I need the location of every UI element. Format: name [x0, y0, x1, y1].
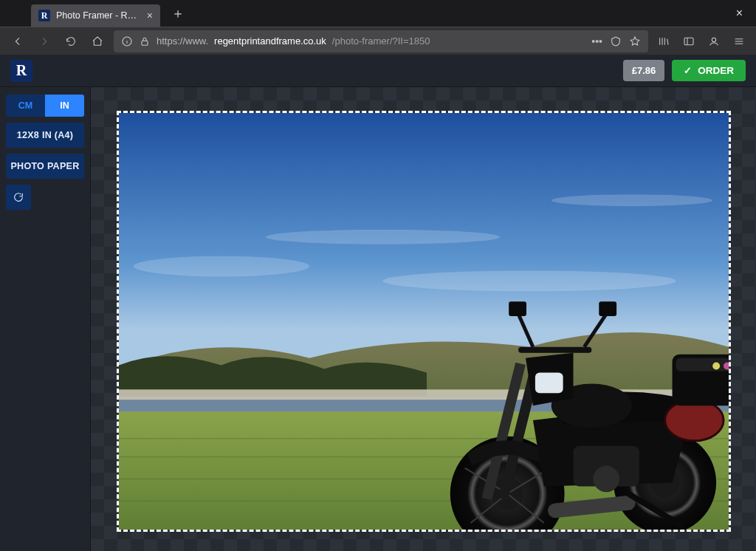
tab-strip: R Photo Framer - Regent P × ＋ ×	[0, 0, 756, 27]
rotate-button[interactable]	[6, 185, 31, 210]
svg-rect-1	[142, 41, 148, 45]
url-path: /photo-framer/?II=1850	[332, 35, 430, 47]
home-button[interactable]	[87, 31, 108, 52]
svg-point-7	[382, 270, 676, 291]
svg-rect-30	[676, 358, 728, 372]
svg-point-6	[265, 230, 500, 244]
new-tab-button[interactable]: ＋	[168, 3, 188, 24]
protection-icon[interactable]	[610, 35, 622, 47]
svg-rect-2	[684, 38, 693, 44]
svg-point-24	[593, 466, 619, 493]
svg-rect-36	[509, 301, 526, 316]
sidebar-toggle-icon[interactable]	[679, 32, 698, 51]
tab-close-icon[interactable]: ×	[147, 10, 153, 21]
canvas-area[interactable]	[90, 87, 756, 551]
reload-button[interactable]	[61, 31, 81, 52]
lock-icon	[139, 35, 151, 47]
photo-frame[interactable]	[117, 111, 731, 532]
sidebar: CM IN 12X8 IN (A4) PHOTO PAPER	[0, 87, 90, 551]
svg-point-3	[712, 38, 715, 41]
account-icon[interactable]	[704, 32, 724, 51]
url-host: regentprintandframe.co.uk	[214, 35, 326, 47]
size-button[interactable]: 12X8 IN (A4)	[6, 123, 84, 148]
unit-cm[interactable]: CM	[6, 95, 45, 117]
bookmark-star-icon[interactable]	[629, 35, 641, 47]
brand-logo[interactable]: R	[10, 60, 32, 82]
nav-bar: https://www.regentprintandframe.co.uk/ph…	[0, 27, 756, 55]
tab-favicon: R	[38, 10, 50, 21]
svg-rect-33	[535, 372, 563, 393]
uploaded-photo	[119, 113, 729, 530]
url-scheme: https://www.	[157, 35, 208, 47]
svg-point-5	[133, 256, 309, 277]
app-header: R £7.86 ✓ ORDER	[0, 55, 756, 87]
price-chip: £7.86	[623, 60, 665, 81]
svg-rect-38	[599, 301, 616, 316]
window-close-icon[interactable]: ×	[730, 4, 749, 23]
library-icon[interactable]	[654, 32, 673, 51]
order-button[interactable]: ✓ ORDER	[672, 60, 746, 81]
url-bar[interactable]: https://www.regentprintandframe.co.uk/ph…	[114, 30, 648, 52]
unit-toggle: CM IN	[6, 95, 84, 117]
page-actions-icon[interactable]: •••	[591, 35, 602, 47]
svg-point-8	[551, 194, 712, 206]
svg-rect-34	[518, 347, 591, 353]
forward-button[interactable]	[34, 31, 55, 52]
order-label: ORDER	[698, 65, 734, 76]
check-icon: ✓	[684, 65, 692, 76]
browser-tab[interactable]: R Photo Framer - Regent P ×	[31, 4, 160, 27]
shield-info-icon	[121, 35, 133, 47]
back-button[interactable]	[7, 31, 28, 52]
menu-icon[interactable]	[729, 32, 749, 51]
paper-button[interactable]: PHOTO PAPER	[6, 154, 84, 179]
unit-in[interactable]: IN	[45, 95, 84, 117]
rotate-icon	[13, 191, 24, 203]
svg-point-32	[712, 363, 720, 370]
tab-title: Photo Framer - Regent P	[56, 10, 141, 21]
